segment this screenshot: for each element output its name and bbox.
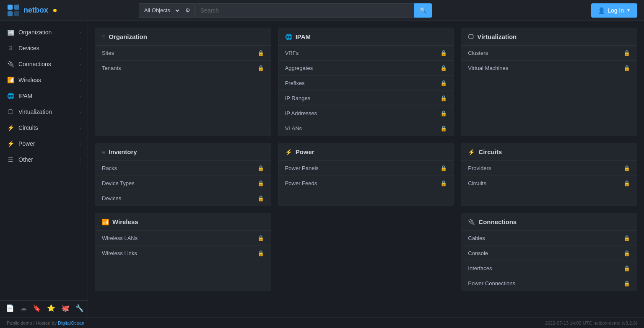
card-wireless-item-lans[interactable]: Wireless LANs 🔒	[95, 231, 271, 246]
footer-icon-doc[interactable]: 📄	[6, 304, 14, 312]
lock-cables: 🔒	[623, 235, 630, 241]
devices-icon: 🖥	[7, 44, 14, 52]
card-connections-item-interfaces[interactable]: Interfaces 🔒	[461, 261, 637, 276]
card-inventory-item-device-types[interactable]: Device Types 🔒	[95, 176, 271, 191]
ipam-card-icon: 🌐	[285, 34, 292, 40]
card-connections-item-power[interactable]: Power Connections 🔒	[461, 276, 637, 291]
chevron-power: ›	[79, 141, 81, 146]
footer-icon-github[interactable]: 🐙	[61, 304, 70, 312]
sidebar-label-connections: Connections	[18, 61, 51, 67]
lock-ip-addresses: 🔒	[440, 110, 447, 116]
card-ipam-item-vlans[interactable]: VLANs 🔒	[278, 121, 454, 136]
sidebar-item-connections[interactable]: 🔌 Connections ›	[0, 56, 88, 72]
wireless-icon: 📶	[7, 76, 14, 84]
chevron-organization: ›	[79, 30, 81, 35]
login-label: Log In	[608, 7, 624, 14]
card-ipam-item-ip-addresses[interactable]: IP Addresses 🔒	[278, 106, 454, 121]
digitalocean-link[interactable]: DigitalOcean	[58, 320, 84, 325]
search-filter-button[interactable]: ⚙	[181, 3, 195, 18]
sidebar-item-other[interactable]: ☰ Other ›	[0, 152, 88, 168]
svg-rect-1	[14, 5, 19, 10]
sidebar-label-other: Other	[18, 156, 33, 163]
card-ipam-item-ip-ranges[interactable]: IP Ranges 🔒	[278, 91, 454, 106]
lock-racks: 🔒	[257, 165, 264, 171]
card-wireless-item-links[interactable]: Wireless Links 🔒	[95, 246, 271, 261]
virtualization-card-icon: 🖵	[468, 34, 474, 40]
virtualization-icon: 🖵	[7, 108, 14, 116]
chevron-connections: ›	[79, 62, 81, 67]
card-circuits-item-providers[interactable]: Providers 🔒	[461, 161, 637, 176]
lock-circuits: 🔒	[623, 180, 630, 186]
sidebar-item-virtualization[interactable]: 🖵 Virtualization ›	[0, 104, 88, 120]
connections-card-icon: 🔌	[468, 219, 475, 225]
empty-center	[278, 213, 454, 291]
card-virtualization-item-vms[interactable]: Virtual Machines 🔒	[461, 61, 637, 75]
card-ipam-item-aggregates[interactable]: Aggregates 🔒	[278, 61, 454, 76]
search-scope-select[interactable]: All Objects	[139, 3, 181, 18]
sidebar-item-organization[interactable]: 🏢 Organization ›	[0, 24, 88, 40]
organization-card-icon: ≡	[102, 34, 105, 40]
card-circuits-item-circuits[interactable]: Circuits 🔒	[461, 176, 637, 191]
card-connections-item-cables[interactable]: Cables 🔒	[461, 231, 637, 246]
sidebar-footer: 📄 ☁ 🔖 ⭐ 🐙 🔧	[0, 300, 88, 315]
footer-icon-cloud[interactable]: ☁	[20, 304, 27, 312]
login-button[interactable]: 👤 Log In ▼	[591, 3, 637, 18]
card-organization-item-tenants[interactable]: Tenants 🔒	[95, 61, 271, 75]
card-organization-item-sites[interactable]: Sites 🔒	[95, 46, 271, 61]
logo[interactable]: netbox	[7, 4, 57, 17]
lock-tenants: 🔒	[257, 65, 264, 71]
footer-icon-settings[interactable]: 🔧	[75, 304, 84, 312]
footer-icon-star[interactable]: ⭐	[47, 304, 55, 312]
sidebar-item-devices[interactable]: 🖥 Devices ›	[0, 40, 88, 56]
statusbar-left: Public demo | Hosted by DigitalOcean	[7, 320, 84, 325]
card-connections-title: Connections	[478, 218, 517, 225]
search-input[interactable]	[195, 3, 414, 18]
card-wireless: 📶 Wireless Wireless LANs 🔒 Wireless Link…	[95, 213, 271, 291]
card-ipam-item-vrfs[interactable]: VRFs 🔒	[278, 46, 454, 61]
connections-icon: 🔌	[7, 60, 14, 68]
wireless-card-icon: 📶	[102, 219, 109, 225]
card-inventory: ≡ Inventory Racks 🔒 Device Types 🔒 Devic…	[95, 143, 271, 206]
search-button[interactable]: 🔍	[414, 3, 432, 18]
card-ipam-item-prefixes[interactable]: Prefixes 🔒	[278, 76, 454, 91]
sidebar-label-organization: Organization	[18, 29, 52, 36]
sidebar-label-wireless: Wireless	[18, 77, 41, 83]
lock-vms: 🔒	[623, 65, 630, 71]
svg-rect-3	[14, 11, 19, 16]
sidebar-label-circuits: Circuits	[18, 124, 38, 131]
sidebar-item-circuits[interactable]: ⚡ Circuits ›	[0, 120, 88, 136]
card-connections-header: 🔌 Connections	[461, 213, 637, 231]
card-ipam-title: IPAM	[296, 33, 311, 40]
search-area: All Objects ⚙ 🔍	[139, 3, 432, 18]
inventory-card-icon: ≡	[102, 149, 105, 155]
power-icon: ⚡	[7, 140, 14, 147]
card-inventory-item-devices[interactable]: Devices 🔒	[95, 191, 271, 206]
lock-device-types: 🔒	[257, 180, 264, 186]
card-inventory-item-racks[interactable]: Racks 🔒	[95, 161, 271, 176]
card-inventory-header: ≡ Inventory	[95, 143, 271, 161]
sidebar-item-wireless[interactable]: 📶 Wireless ›	[0, 72, 88, 88]
sidebar-label-virtualization: Virtualization	[18, 108, 52, 115]
sidebar-label-power: Power	[18, 140, 35, 147]
card-power-item-panels[interactable]: Power Panels 🔒	[278, 161, 454, 176]
sidebar-label-devices: Devices	[18, 45, 39, 52]
other-icon: ☰	[7, 156, 14, 163]
card-power-header: ⚡ Power	[278, 143, 454, 161]
card-connections-item-console[interactable]: Console 🔒	[461, 246, 637, 261]
chevron-devices: ›	[79, 46, 81, 51]
lock-wireless-lans: 🔒	[257, 235, 264, 241]
sidebar-label-ipam: IPAM	[18, 93, 32, 99]
statusbar-right: 2022-07-13 14:03 UTC netbox-demo (v3.2.6…	[545, 320, 637, 325]
card-virtualization-item-clusters[interactable]: Clusters 🔒	[461, 46, 637, 61]
logo-dot	[53, 9, 57, 12]
lock-prefixes: 🔒	[440, 80, 447, 86]
card-inventory-title: Inventory	[109, 148, 137, 155]
sidebar-item-power[interactable]: ⚡ Power ›	[0, 136, 88, 152]
lock-ip-ranges: 🔒	[440, 95, 447, 101]
lock-power-feeds: 🔒	[440, 180, 447, 186]
card-power-item-feeds[interactable]: Power Feeds 🔒	[278, 176, 454, 191]
sidebar-item-ipam[interactable]: 🌐 IPAM ›	[0, 88, 88, 104]
svg-rect-2	[8, 11, 13, 16]
footer-icon-bookmark[interactable]: 🔖	[33, 304, 41, 312]
lock-devices: 🔒	[257, 195, 264, 201]
